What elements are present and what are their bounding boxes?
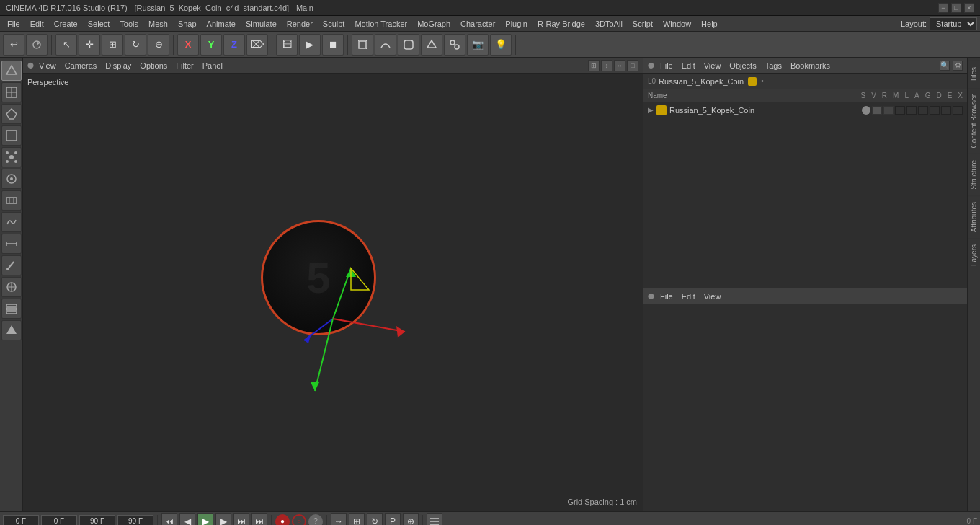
layout-select[interactable]: Startup [930,17,977,30]
vp-menu-panel[interactable]: Panel [199,61,226,71]
vp-corner-btn1[interactable]: ⊞ [588,60,600,71]
mode-measure-button[interactable] [1,234,22,254]
mode-render2-button[interactable] [1,320,22,340]
menu-rray[interactable]: R-Ray Bridge [533,18,589,30]
undo-button[interactable]: ↩ [3,34,24,56]
transform-tool-button[interactable]: ⊕ [148,34,169,56]
menu-character[interactable]: Character [456,18,499,30]
y-axis-button[interactable]: Y [200,34,222,56]
menu-sculpt[interactable]: Sculpt [318,18,349,30]
x-axis-button[interactable]: X [177,34,199,56]
minimize-button[interactable]: − [938,3,948,13]
scale-tool-button[interactable]: ⊞ [102,34,123,56]
menu-animate[interactable]: Animate [202,18,240,30]
spline-button[interactable] [375,34,396,56]
obj-menu-tags[interactable]: Tags [762,61,785,71]
props-menu-edit[interactable]: Edit [679,291,698,301]
mode-brush-button[interactable] [1,255,22,275]
menu-edit[interactable]: Edit [26,18,48,30]
tl-timeline-btn[interactable] [427,513,442,526]
menu-file[interactable]: File [3,18,24,30]
timeline-end2-input[interactable] [117,515,153,526]
tl-prev-frame[interactable]: ◀ [179,513,195,526]
mode-snap-button[interactable] [1,277,22,297]
vp-menu-display[interactable]: Display [102,61,135,71]
obj-menu-file[interactable]: File [657,61,676,71]
tl-key-point[interactable]: ⊕ [403,513,419,526]
move-tool-button[interactable]: ✛ [79,34,100,56]
timeline-start-input[interactable] [3,515,39,526]
obj-search-icon[interactable]: 🔍 [940,61,950,71]
camera-button[interactable]: 📷 [467,34,489,56]
obj-menu-objects[interactable]: Objects [726,61,759,71]
nurbs-button[interactable] [398,34,419,56]
tl-goto-last[interactable]: ⏭ [251,513,267,526]
menu-simulate[interactable]: Simulate [241,18,281,30]
tl-autokey-btn[interactable]: ○ [292,514,306,526]
menu-tools[interactable]: Tools [115,18,143,30]
obj-settings-icon[interactable]: ⚙ [953,61,963,71]
timeline-end-input[interactable] [79,515,115,526]
vp-menu-cameras[interactable]: Cameras [61,61,101,71]
maximize-button[interactable]: □ [951,3,961,13]
tab-content-browser[interactable]: Content Browser [968,88,980,154]
mode-edge-button[interactable] [1,125,22,146]
viewport-canvas[interactable]: 5 Perspective Grid Spacing : 1 c [23,74,643,511]
obj-menu-view[interactable]: View [701,61,724,71]
tab-structure[interactable]: Structure [968,154,980,195]
tl-key-rot[interactable]: ↻ [367,513,383,526]
menu-mesh[interactable]: Mesh [144,18,172,30]
play-button[interactable]: ▶ [299,34,321,56]
mode-mesh-button[interactable] [1,82,22,102]
menu-help[interactable]: Help [697,18,722,30]
obj-menu-bookmarks[interactable]: Bookmarks [788,61,833,71]
tab-tiles[interactable]: Tiles [968,61,980,88]
tl-play[interactable]: ▶ [197,513,213,526]
cube-button[interactable] [352,34,373,56]
vp-corner-btn2[interactable]: ↕ [601,60,612,71]
mode-sculpt2-button[interactable] [1,212,22,232]
vp-menu-filter[interactable]: Filter [172,61,197,71]
menu-3dtoall[interactable]: 3DToAll [591,18,627,30]
z-axis-button[interactable]: Z [223,34,245,56]
mode-model-button[interactable] [1,61,22,81]
menu-create[interactable]: Create [50,18,82,30]
mode-point-button[interactable] [1,147,22,167]
tl-key-scale[interactable]: ⊞ [349,513,365,526]
menu-snap[interactable]: Snap [174,18,201,30]
tl-goto-end[interactable]: ⏭ [233,513,249,526]
tl-playback-btn[interactable]: ? [308,514,323,526]
object-row-coin[interactable]: ▶ Russian_5_Kopek_Coin [643,102,967,118]
mode-object-button[interactable] [1,169,22,189]
tab-layers[interactable]: Layers [968,238,980,272]
menu-render[interactable]: Render [282,18,317,30]
tl-goto-start[interactable]: ⏮ [161,513,177,526]
light-button[interactable]: 💡 [490,34,512,56]
object-axis-button[interactable]: ⌦ [246,34,268,56]
menu-mograph[interactable]: MoGraph [413,18,455,30]
close-button[interactable]: × [964,3,974,13]
deformer-button[interactable] [421,34,442,56]
vp-menu-view[interactable]: View [35,61,60,71]
select-tool-button[interactable]: ↖ [55,34,77,56]
tab-attributes[interactable]: Attributes [968,195,980,238]
tl-key-param[interactable]: P [385,513,401,526]
menu-window[interactable]: Window [659,18,695,30]
mode-layer-button[interactable] [1,299,22,319]
menu-select[interactable]: Select [84,18,115,30]
menu-plugin[interactable]: Plugin [501,18,532,30]
menu-script[interactable]: Script [628,18,657,30]
tl-record-btn[interactable]: ● [275,514,290,526]
record-button[interactable]: ⏹ [322,34,344,56]
tl-next-frame[interactable]: ▶ [215,513,231,526]
mode-texture-button[interactable] [1,190,22,211]
vp-menu-options[interactable]: Options [136,61,171,71]
mograph2-button[interactable] [444,34,466,56]
vp-corner-btn4[interactable]: □ [627,60,638,71]
props-menu-view[interactable]: View [701,291,724,301]
menu-motion-tracker[interactable]: Motion Tracker [350,18,411,30]
obj-menu-edit[interactable]: Edit [679,61,698,71]
tl-key-move[interactable]: ↔ [331,513,347,526]
props-menu-file[interactable]: File [657,291,676,301]
timeline-current-input[interactable] [41,515,77,526]
